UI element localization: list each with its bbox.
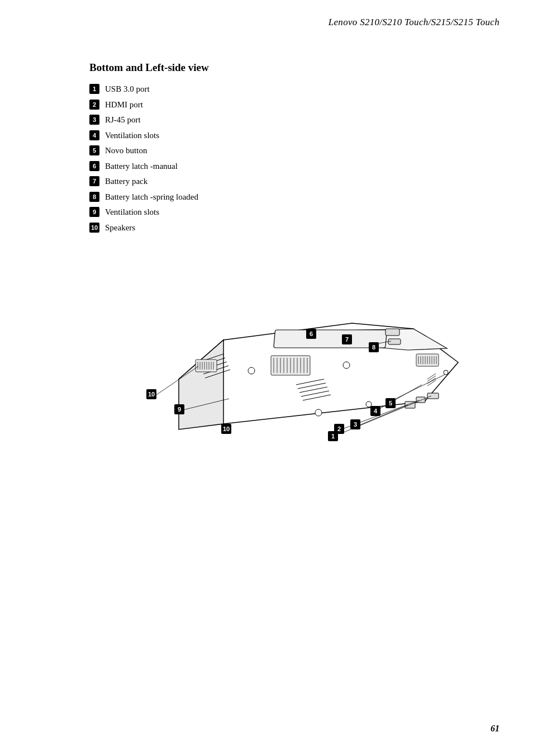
item-label: Ventilation slots [105, 206, 159, 219]
item-list: 1USB 3.0 port2HDMI port3RJ-45 port4Venti… [89, 83, 488, 234]
page-number: 61 [491, 724, 499, 734]
callout-9: 9 [174, 404, 184, 414]
item-label: Speakers [105, 221, 135, 234]
item-label: Novo button [105, 144, 147, 157]
item-badge: 8 [89, 192, 99, 202]
list-item: 1USB 3.0 port [89, 83, 488, 96]
diagram: 6 7 8 10 9 10 2 3 1 5 4 [112, 251, 469, 435]
callout-5: 5 [386, 398, 396, 408]
list-item: 10Speakers [89, 221, 488, 234]
svg-rect-18 [386, 329, 399, 336]
svg-point-15 [315, 409, 322, 416]
list-item: 4Ventilation slots [89, 129, 488, 142]
item-badge: 5 [89, 145, 99, 155]
laptop-diagram [112, 251, 469, 435]
list-item: 7Battery pack [89, 175, 488, 188]
item-label: Ventilation slots [105, 129, 159, 142]
item-badge: 4 [89, 130, 99, 140]
item-badge: 6 [89, 161, 99, 171]
item-badge: 9 [89, 207, 99, 217]
list-item: 3RJ-45 port [89, 114, 488, 126]
callout-8: 8 [369, 342, 379, 352]
item-label: USB 3.0 port [105, 83, 150, 96]
callout-7: 7 [342, 334, 352, 344]
svg-rect-19 [427, 393, 439, 399]
svg-point-14 [343, 362, 350, 368]
callout-3: 3 [350, 419, 360, 429]
svg-marker-2 [179, 340, 223, 429]
svg-rect-58 [388, 339, 401, 344]
item-label: HDMI port [105, 98, 143, 111]
item-badge: 1 [89, 84, 99, 94]
callout-4: 4 [370, 406, 380, 416]
svg-point-22 [444, 370, 448, 375]
item-badge: 10 [89, 223, 99, 233]
page-title: Lenovo S210/S210 Touch/S215/S215 Touch [329, 17, 499, 27]
callout-10a: 10 [146, 389, 156, 399]
item-label: Battery latch -spring loaded [105, 191, 198, 204]
item-badge: 2 [89, 100, 99, 110]
item-badge: 3 [89, 115, 99, 125]
item-label: RJ-45 port [105, 114, 141, 126]
item-badge: 7 [89, 176, 99, 186]
list-item: 5Novo button [89, 144, 488, 157]
list-item: 8Battery latch -spring loaded [89, 191, 488, 204]
item-label: Battery pack [105, 175, 147, 188]
callout-1: 1 [328, 431, 338, 441]
callout-6: 6 [306, 329, 316, 339]
list-item: 9Ventilation slots [89, 206, 488, 219]
item-label: Battery latch -manual [105, 160, 178, 173]
list-item: 6Battery latch -manual [89, 160, 488, 173]
list-item: 2HDMI port [89, 98, 488, 111]
callout-10b: 10 [221, 424, 231, 434]
section-title: Bottom and Left-side view [89, 62, 488, 74]
svg-point-13 [248, 367, 255, 374]
